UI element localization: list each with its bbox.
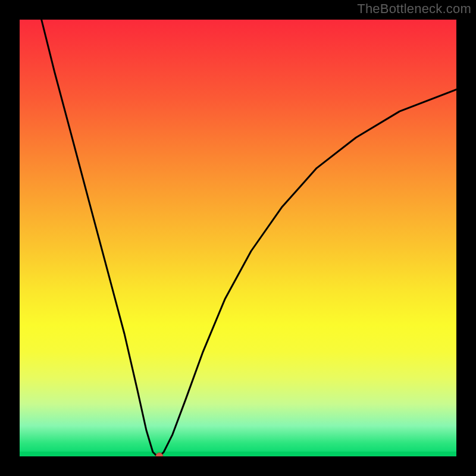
bottleneck-curve xyxy=(42,20,456,456)
chart-frame: TheBottleneck.com xyxy=(0,0,476,476)
curve-layer xyxy=(20,20,456,456)
watermark-text: TheBottleneck.com xyxy=(357,1,471,17)
plot-area xyxy=(20,20,456,456)
